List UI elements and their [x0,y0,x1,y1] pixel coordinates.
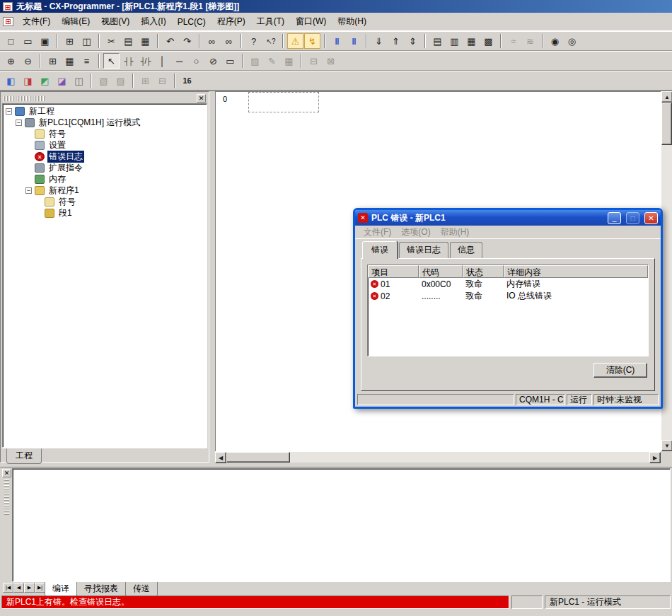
horizontal-line-button[interactable]: ─ [171,53,187,69]
data-monitor-button[interactable]: ▦ [463,33,480,49]
new-closed-contact-button[interactable]: ┤/├ [137,53,153,69]
tree-item-error-log[interactable]: ✕ 错误日志 [3,151,207,162]
tree-item-expansion-instructions[interactable]: 扩展指令 [3,162,207,173]
grid-monitor-button[interactable]: ▩ [480,33,497,49]
compile-button[interactable]: ⚠ [287,33,303,49]
cut-button[interactable]: ✂ [103,33,120,49]
open-button[interactable]: ▭ [20,33,36,49]
error-row[interactable]: ✕01 0x00C0 致命 内存错误 [368,278,648,290]
new-contact-button[interactable]: ┤├ [120,53,137,69]
new-closed-coil-button[interactable]: ⊘ [205,53,221,69]
vertical-line-button[interactable]: │ [154,53,170,69]
print-preview-button[interactable]: ◫ [79,33,95,49]
tree-item-project[interactable]: − 新工程 [3,105,207,117]
io-table-button[interactable]: ▨ [112,73,129,88]
tab-error-log[interactable]: 错误日志 [399,242,448,258]
workspace-close-button[interactable]: ✕ [197,94,206,103]
collapse-icon[interactable]: − [6,108,12,115]
output-close-button[interactable]: ✕ [2,469,11,477]
tree-item-memory[interactable]: 内存 [3,173,207,185]
transfer-to-plc-button[interactable]: ⇓ [371,33,387,49]
show-rung-comments-button[interactable]: ▦ [62,53,78,69]
tab-scroll-prev-button[interactable]: ◀ [13,583,24,593]
tree-item-program-symbols[interactable]: 符号 [3,196,207,207]
output-drag-grip[interactable] [4,480,9,515]
work-online-button[interactable]: ▤ [429,33,446,49]
scroll-left-button[interactable]: ◀ [215,452,226,463]
view-symbols-button[interactable]: ◩ [37,73,53,88]
menu-item-insert[interactable]: 插入(I) [136,13,170,30]
vertical-scroll-thumb[interactable] [661,103,672,145]
tree-item-program[interactable]: − 新程序1 [3,185,207,196]
delete-row-button[interactable]: ⊠ [323,53,339,69]
compare-with-plc-button[interactable]: ⇕ [405,33,421,49]
view-ladder-button[interactable]: ◨ [20,73,36,88]
mdi-child-icon[interactable]: ⊞ [3,17,13,26]
vertical-splitter[interactable] [209,91,215,463]
zoom-out-button[interactable]: ⊖ [20,53,36,69]
new-file-button[interactable]: □ [3,33,19,49]
differential-monitor-button[interactable]: ≈ [505,33,521,49]
scroll-down-button[interactable]: ▼ [661,440,672,451]
pause-monitor-button[interactable]: ‖ [329,33,345,49]
dialog-menu-file[interactable]: 文件(F) [359,225,395,240]
tab-transfer[interactable]: 传送 [125,582,158,597]
edit-block-button[interactable]: ▦ [281,53,297,69]
menu-item-plc[interactable]: PLC(C) [173,15,211,29]
zoom-in-button[interactable]: ⊕ [3,53,19,69]
show-grid-button[interactable]: ⊞ [45,53,61,69]
column-header-status[interactable]: 状态 [463,265,504,278]
error-row[interactable]: ✕02 ........ 致命 IO 总线错误 [368,290,648,302]
data-trace-button[interactable]: ≋ [522,33,538,49]
paste-button[interactable]: ▦ [137,33,153,49]
show-rulers-button[interactable]: ≡ [79,53,95,69]
zoom-preset-button[interactable]: ⊞ [137,73,153,88]
scroll-up-button[interactable]: ▲ [661,91,672,103]
monitor-mode-button[interactable]: ▥ [446,33,463,49]
view-io-comment-button[interactable]: ◫ [71,73,87,88]
edit-comment-button[interactable]: ✎ [264,53,280,69]
error-list[interactable]: 项目 代码 状态 详细内容 ✕01 0x00C0 致命 内存错误 ✕02 ...… [367,265,649,356]
tree-item-section1[interactable]: 段1 [3,207,207,219]
pause-trigger-button[interactable]: ‖ [346,33,362,49]
print-button[interactable]: ⊞ [62,33,78,49]
drag-grip[interactable] [4,96,46,101]
scroll-right-button[interactable]: ▶ [649,452,661,463]
menu-item-edit[interactable]: 编辑(E) [57,13,95,30]
column-header-detail[interactable]: 详细内容 [504,265,648,278]
tab-scroll-first-button[interactable]: |◀ [3,583,13,593]
column-header-item[interactable]: 项目 [368,265,419,278]
find-button[interactable]: ∞ [204,33,220,49]
tab-scroll-next-button[interactable]: ▶ [24,583,35,593]
menu-item-help[interactable]: 帮助(H) [332,13,371,30]
replace-button[interactable]: ∞ [221,33,237,49]
redo-button[interactable]: ↷ [179,33,195,49]
column-header-code[interactable]: 代码 [419,265,463,278]
dialog-menu-options[interactable]: 选项(O) [397,225,434,240]
watch-window-button[interactable]: ◉ [547,33,563,49]
tab-scroll-last-button[interactable]: ▶| [35,583,45,593]
insert-row-button[interactable]: ⊟ [306,53,322,69]
menu-item-view[interactable]: 视图(V) [96,13,134,30]
invert-button[interactable]: ▨ [247,53,263,69]
help-button[interactable]: ? [245,33,262,49]
selection-mode-button[interactable]: ↖ [103,53,120,69]
horizontal-scrollbar[interactable]: ◀ ▶ [215,451,661,463]
dialog-menu-help[interactable]: 帮助(H) [436,225,474,240]
context-help-button[interactable]: ↖? [262,33,279,49]
tab-information[interactable]: 信息 [450,242,482,258]
tree-item-settings[interactable]: 设置 [3,139,207,151]
dialog-title-bar[interactable]: ✕ PLC 错误 - 新PLC1 _ □ ✕ [355,210,661,226]
collapse-icon[interactable]: − [25,187,32,194]
collapse-icon[interactable]: − [16,120,22,126]
tree-item-plc[interactable]: − 新PLC1[CQM1H] 运行模式 [3,117,207,128]
new-instruction-button[interactable]: ▭ [222,53,238,69]
menu-item-program[interactable]: 程序(P) [212,13,250,30]
menu-item-tools[interactable]: 工具(T) [252,13,289,30]
clear-button[interactable]: 清除(C) [593,363,647,378]
tree-item-symbols[interactable]: 符号 [3,128,207,139]
tab-find-report[interactable]: 寻找报表 [76,582,126,597]
transfer-from-plc-button[interactable]: ⇑ [388,33,404,49]
tab-compile[interactable]: 编译 [45,582,77,597]
tab-project[interactable]: 工程 [6,448,42,464]
